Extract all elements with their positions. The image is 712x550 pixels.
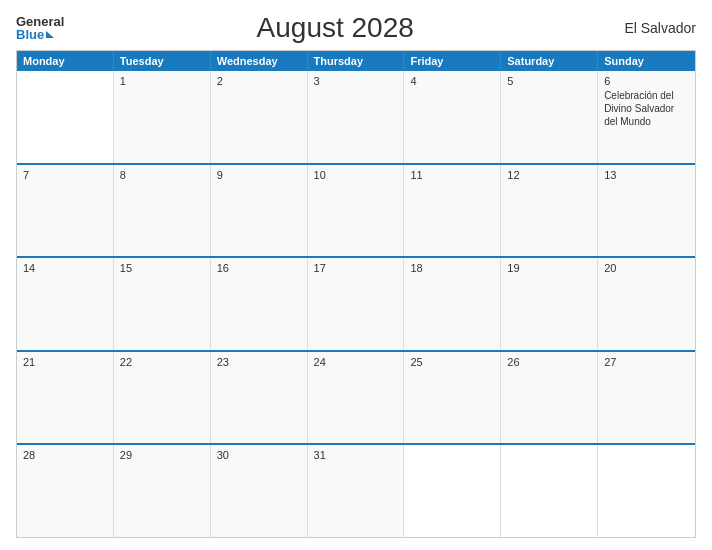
day-header-friday: Friday bbox=[404, 51, 501, 71]
day-cell: 9 bbox=[211, 165, 308, 257]
logo-blue-text: Blue bbox=[16, 28, 64, 41]
country-label: El Salvador bbox=[606, 20, 696, 36]
day-number: 13 bbox=[604, 169, 689, 181]
day-number: 7 bbox=[23, 169, 107, 181]
day-header-tuesday: Tuesday bbox=[114, 51, 211, 71]
day-number: 19 bbox=[507, 262, 591, 274]
day-number: 16 bbox=[217, 262, 301, 274]
day-cell: 14 bbox=[17, 258, 114, 350]
day-cell: 5 bbox=[501, 71, 598, 163]
day-cell: 30 bbox=[211, 445, 308, 537]
day-cell: 1 bbox=[114, 71, 211, 163]
day-number: 12 bbox=[507, 169, 591, 181]
day-header-thursday: Thursday bbox=[308, 51, 405, 71]
day-number: 9 bbox=[217, 169, 301, 181]
week-row-1: 123456Celebración del Divino Salvador de… bbox=[17, 71, 695, 163]
week-row-5: 28293031 bbox=[17, 443, 695, 537]
day-number: 6 bbox=[604, 75, 689, 87]
day-number: 5 bbox=[507, 75, 591, 87]
calendar-body: 123456Celebración del Divino Salvador de… bbox=[17, 71, 695, 537]
day-number: 1 bbox=[120, 75, 204, 87]
day-cell: 13 bbox=[598, 165, 695, 257]
day-number: 3 bbox=[314, 75, 398, 87]
header: General Blue August 2028 El Salvador bbox=[16, 12, 696, 44]
day-cell bbox=[598, 445, 695, 537]
day-number: 2 bbox=[217, 75, 301, 87]
day-cell: 7 bbox=[17, 165, 114, 257]
day-cell: 17 bbox=[308, 258, 405, 350]
day-cell: 11 bbox=[404, 165, 501, 257]
day-number: 18 bbox=[410, 262, 494, 274]
day-cell: 18 bbox=[404, 258, 501, 350]
day-cell: 28 bbox=[17, 445, 114, 537]
calendar: MondayTuesdayWednesdayThursdayFridaySatu… bbox=[16, 50, 696, 538]
day-cell: 12 bbox=[501, 165, 598, 257]
day-number: 25 bbox=[410, 356, 494, 368]
day-cell: 31 bbox=[308, 445, 405, 537]
day-header-monday: Monday bbox=[17, 51, 114, 71]
day-cell: 21 bbox=[17, 352, 114, 444]
day-number: 26 bbox=[507, 356, 591, 368]
day-number: 17 bbox=[314, 262, 398, 274]
day-cell: 3 bbox=[308, 71, 405, 163]
day-cell: 27 bbox=[598, 352, 695, 444]
event-text: Celebración del Divino Salvador del Mund… bbox=[604, 90, 674, 127]
day-cell: 8 bbox=[114, 165, 211, 257]
day-header-wednesday: Wednesday bbox=[211, 51, 308, 71]
day-header-saturday: Saturday bbox=[501, 51, 598, 71]
day-number: 14 bbox=[23, 262, 107, 274]
day-cell: 20 bbox=[598, 258, 695, 350]
day-cell: 24 bbox=[308, 352, 405, 444]
day-cell: 15 bbox=[114, 258, 211, 350]
day-number: 10 bbox=[314, 169, 398, 181]
day-number: 29 bbox=[120, 449, 204, 461]
day-number: 28 bbox=[23, 449, 107, 461]
day-header-sunday: Sunday bbox=[598, 51, 695, 71]
calendar-title: August 2028 bbox=[64, 12, 606, 44]
day-cell bbox=[17, 71, 114, 163]
page: General Blue August 2028 El Salvador Mon… bbox=[0, 0, 712, 550]
day-number: 30 bbox=[217, 449, 301, 461]
day-number: 20 bbox=[604, 262, 689, 274]
day-cell bbox=[501, 445, 598, 537]
week-row-2: 78910111213 bbox=[17, 163, 695, 257]
day-number: 8 bbox=[120, 169, 204, 181]
day-number: 24 bbox=[314, 356, 398, 368]
day-number: 31 bbox=[314, 449, 398, 461]
day-cell: 6Celebración del Divino Salvador del Mun… bbox=[598, 71, 695, 163]
day-cell: 10 bbox=[308, 165, 405, 257]
day-number: 22 bbox=[120, 356, 204, 368]
logo: General Blue bbox=[16, 15, 64, 41]
day-cell: 29 bbox=[114, 445, 211, 537]
day-number: 21 bbox=[23, 356, 107, 368]
day-cell: 2 bbox=[211, 71, 308, 163]
calendar-header: MondayTuesdayWednesdayThursdayFridaySatu… bbox=[17, 51, 695, 71]
day-cell: 22 bbox=[114, 352, 211, 444]
week-row-4: 21222324252627 bbox=[17, 350, 695, 444]
week-row-3: 14151617181920 bbox=[17, 256, 695, 350]
day-cell: 19 bbox=[501, 258, 598, 350]
day-number: 15 bbox=[120, 262, 204, 274]
day-number: 23 bbox=[217, 356, 301, 368]
day-number: 11 bbox=[410, 169, 494, 181]
day-cell bbox=[404, 445, 501, 537]
day-cell: 16 bbox=[211, 258, 308, 350]
day-cell: 4 bbox=[404, 71, 501, 163]
day-cell: 23 bbox=[211, 352, 308, 444]
day-cell: 26 bbox=[501, 352, 598, 444]
day-number: 27 bbox=[604, 356, 689, 368]
logo-triangle-icon bbox=[46, 31, 54, 38]
day-number: 4 bbox=[410, 75, 494, 87]
day-cell: 25 bbox=[404, 352, 501, 444]
